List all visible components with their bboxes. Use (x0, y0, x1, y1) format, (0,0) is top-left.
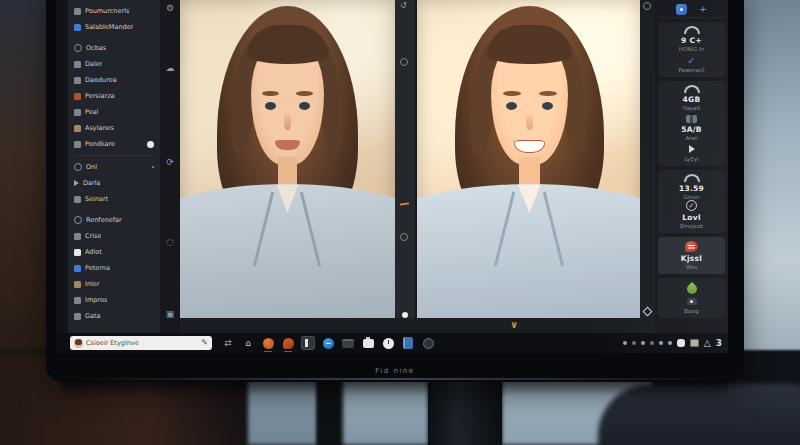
toggle-on[interactable] (147, 141, 154, 148)
canvas-image-before[interactable] (180, 0, 397, 318)
clock-app-icon[interactable] (382, 337, 394, 349)
check-circle-icon[interactable]: ✓ (686, 200, 697, 211)
orange-tick-icon[interactable] (400, 202, 409, 205)
blob-icon[interactable] (677, 339, 685, 347)
document-icon (74, 249, 81, 256)
leaf-icon[interactable] (684, 282, 698, 296)
red-swatch-icon (74, 93, 81, 100)
portrait-eye (299, 102, 310, 110)
sidebar-item-label: Daodurea (85, 76, 117, 84)
sidebar-item-peterna[interactable]: Peterna (68, 260, 160, 276)
tray-dot-icon[interactable] (623, 341, 627, 345)
monitor: Poumurcnerls SalableMander Ocbas Daler (46, 0, 744, 382)
gear-icon[interactable]: ⚙ (164, 2, 176, 14)
sidebar-item-renfenefar[interactable]: Renfenefar (68, 212, 160, 228)
sidebar-item-daler[interactable]: Daler (68, 56, 160, 72)
sidebar-divider (74, 155, 154, 156)
rotate-icon[interactable]: ⟳ (164, 156, 176, 168)
hook-icon[interactable]: ↺ (400, 1, 407, 10)
sidebar-item-daodurea[interactable]: Daodurea (68, 72, 160, 88)
orange-app-icon[interactable] (262, 337, 274, 349)
filter-icon (74, 297, 81, 304)
ring-icon[interactable] (400, 233, 408, 241)
blue-app-icon[interactable] (322, 337, 334, 349)
mask-icon[interactable]: ◌ (164, 236, 176, 248)
case-app-icon[interactable] (362, 337, 374, 349)
sidebar-item-asylanes[interactable]: Asylanes (68, 120, 160, 136)
sidebar-item-onl[interactable]: Onl (68, 159, 160, 175)
compare-divider[interactable]: ↺ (395, 0, 415, 333)
doc-app-icon[interactable] (402, 337, 414, 349)
portrait-brow (262, 91, 279, 96)
tray-dot-icon[interactable] (668, 341, 672, 345)
active-tool-icon[interactable] (302, 337, 314, 349)
chip-icon[interactable] (687, 298, 697, 305)
disc-app-icon[interactable] (422, 337, 434, 349)
sidebar-item-gata[interactable]: Gata (68, 308, 160, 324)
check-icon[interactable]: ✓ (687, 56, 695, 66)
photo-icon[interactable] (690, 339, 699, 347)
search-bar[interactable]: ✎ (70, 336, 212, 350)
sidebar-item-label: Ocbas (86, 44, 106, 52)
camera-icon[interactable]: ▣ (164, 308, 176, 320)
add-icon[interactable]: + (699, 5, 707, 14)
share-icon[interactable]: ⇄ (222, 337, 234, 349)
ring-icon[interactable] (643, 2, 651, 10)
badge-icon[interactable] (676, 4, 687, 15)
sidebar-item-peal[interactable]: Peal (68, 104, 160, 120)
tool-card-gauge3[interactable]: 13.59 Gmsn ✓ Lovl Bmejeot (658, 170, 725, 233)
tool-card-gauge2[interactable]: 4GB Hayati 5A/B Arwi LyEyl (658, 81, 725, 166)
three-icon[interactable]: 3 (716, 338, 722, 348)
sidebar-item-persiarza[interactable]: Persiarza (68, 88, 160, 104)
sidebar-item-salablemander[interactable]: SalableMander (68, 19, 160, 35)
sidebar-item-crise[interactable]: Crise (68, 228, 160, 244)
fan-icon[interactable] (686, 115, 697, 123)
diamond-icon[interactable] (643, 307, 653, 317)
arc-gauge-icon (684, 85, 700, 93)
flame-app-icon[interactable] (282, 337, 294, 349)
tray-dot-icon[interactable] (632, 341, 636, 345)
right-tool-panel: + 9 C+ HONIG In ✓ Pawersell 4GB Hayati 5… (655, 0, 728, 333)
sidebar-item-label: Peal (85, 108, 98, 116)
home-icon[interactable]: ⌂ (242, 337, 254, 349)
tray-dot-icon[interactable] (641, 341, 645, 345)
tool-card-alert[interactable]: Kjssl Wss (658, 237, 725, 274)
layers-icon (74, 24, 81, 31)
tool-strip: ⚙ ☁ ⟳ ◌ ▣ (160, 0, 180, 333)
tray-dot-icon[interactable] (659, 341, 663, 345)
portrait-eye (265, 102, 276, 110)
eco-label: Bosig (684, 308, 699, 314)
ring-icon[interactable] (400, 58, 408, 66)
level-value: Lovl (682, 213, 701, 222)
sidebar-item-label: Gata (85, 312, 101, 320)
arc-gauge-icon (684, 174, 700, 182)
sidebar-item-label: Asylanes (85, 124, 114, 132)
sidebar-item-poumurcnerls[interactable]: Poumurcnerls (68, 3, 160, 19)
triangle-icon[interactable]: △ (704, 338, 711, 348)
canvas-image-after[interactable] (415, 0, 642, 318)
text-tool-icon (74, 77, 81, 84)
sidebar-item-impros[interactable]: Impros (68, 292, 160, 308)
search-input[interactable] (86, 339, 186, 347)
gauge-sub-label: HONIG In (679, 46, 704, 52)
sidebar-item-label: Daler (85, 60, 102, 68)
sidebar-item-darla[interactable]: Darla (68, 175, 160, 191)
sidebar-item-pondkare[interactable]: Pondkare (68, 136, 160, 152)
sidebar-item-adlot[interactable]: Adlot (68, 244, 160, 260)
play-icon[interactable] (689, 145, 695, 153)
flag-icon (74, 313, 81, 320)
tray-dot-icon[interactable] (650, 341, 654, 345)
panel-app-icon[interactable] (342, 337, 354, 349)
cloud-icon[interactable]: ☁ (164, 62, 176, 74)
sidebar-item-seinart[interactable]: Seinart (68, 191, 160, 207)
tool-card-gauge1[interactable]: 9 C+ HONIG In ✓ Pawersell (658, 22, 725, 77)
sidebar-item-label: Pondkare (85, 140, 115, 148)
tool-card-eco[interactable]: Bosig (658, 278, 725, 318)
chevron-down-icon[interactable]: ∨ (510, 318, 518, 332)
pen-icon[interactable]: ✎ (201, 339, 208, 347)
sidebar-item-ocbas[interactable]: Ocbas (68, 40, 160, 56)
sidebar-item-inler[interactable]: Inler (68, 276, 160, 292)
system-tray: △ 3 (623, 337, 722, 349)
sidebar-item-label: SalableMander (85, 23, 133, 31)
chat-alert-icon[interactable] (685, 241, 698, 252)
